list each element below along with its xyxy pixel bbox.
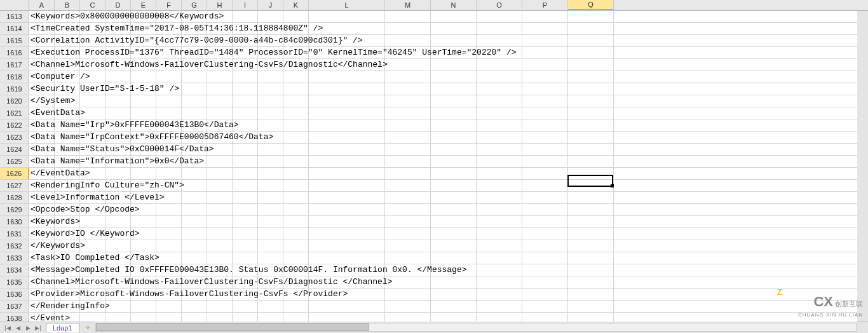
- row-cells[interactable]: <Data Name="Status">0xC000014F</Data>: [29, 144, 868, 155]
- row-header[interactable]: 1615: [0, 35, 29, 46]
- row-header[interactable]: 1623: [0, 132, 29, 143]
- row-header[interactable]: 1635: [0, 276, 29, 288]
- column-header-K[interactable]: K: [283, 0, 309, 10]
- row-cells[interactable]: <Execution ProcessID="1376" ThreadID="14…: [29, 47, 868, 58]
- cell-text: <Security UserID="S-1-5-18" />: [31, 84, 179, 93]
- cell-text: <Level>Information </Level>: [31, 193, 165, 202]
- cell-text: <RenderingInfo Culture="zh-CN">: [31, 180, 184, 190]
- column-header-M[interactable]: M: [385, 0, 431, 10]
- horizontal-scrollbar[interactable]: [95, 322, 857, 333]
- column-header-G[interactable]: G: [182, 0, 207, 10]
- row-header[interactable]: 1618: [0, 71, 29, 83]
- hscroll-thumb[interactable]: [96, 323, 369, 331]
- row-cells[interactable]: <Channel>Microsoft-Windows-FailoverClust…: [29, 59, 868, 71]
- cell-text: <Data Name="IrpContext">0xFFFFE00005D674…: [31, 132, 273, 142]
- row-header[interactable]: 1619: [0, 83, 29, 95]
- tab-nav-last[interactable]: ▶|: [33, 323, 43, 332]
- row-cells[interactable]: </EventData>: [29, 168, 868, 179]
- sheet-tab-active[interactable]: Ldap1: [46, 323, 79, 332]
- row-cells[interactable]: <Opcode>Stop </Opcode>: [29, 204, 868, 215]
- row-cells[interactable]: <Channel>Microsoft-Windows-FailoverClust…: [29, 276, 868, 288]
- column-header-F[interactable]: F: [156, 0, 182, 10]
- row-cells[interactable]: </RenderingInfo>: [29, 301, 868, 312]
- cell-text: <Keyword>IO </Keyword>: [31, 229, 140, 238]
- row-cells[interactable]: <Keywords>0x8000000000000008</Keywords>: [29, 11, 868, 22]
- rows-container: 1613<Keywords>0x8000000000000008</Keywor…: [0, 11, 868, 322]
- row-header[interactable]: 1633: [0, 252, 29, 264]
- row-cells[interactable]: <RenderingInfo Culture="zh-CN">: [29, 180, 868, 191]
- row-header[interactable]: 1620: [0, 95, 29, 107]
- column-header-A[interactable]: A: [29, 0, 55, 10]
- row-header[interactable]: 1616: [0, 47, 29, 58]
- cell-text: <Data Name="Status">0xC000014F</Data>: [31, 144, 214, 154]
- row-header[interactable]: 1628: [0, 192, 29, 203]
- row-header[interactable]: 1630: [0, 216, 29, 228]
- column-header-H[interactable]: H: [207, 0, 233, 10]
- column-header-D[interactable]: D: [105, 0, 131, 10]
- column-header-P[interactable]: P: [522, 0, 568, 10]
- row-cells[interactable]: <EventData>: [29, 107, 868, 119]
- row-cells[interactable]: <Computer />: [29, 71, 868, 83]
- row-cells[interactable]: <Data Name="IrpContext">0xFFFFE00005D674…: [29, 132, 868, 143]
- cell-text: <Keywords>: [31, 217, 80, 226]
- row-header[interactable]: 1621: [0, 107, 29, 119]
- cell-text: </RenderingInfo>: [31, 301, 110, 311]
- cell-text: <TimeCreated SystemTime="2017-08-05T14:3…: [31, 24, 323, 33]
- column-header-O[interactable]: O: [477, 0, 522, 10]
- row-header[interactable]: 1631: [0, 228, 29, 240]
- row-cells[interactable]: <Data Name="Irp">0xFFFFE000043E13B0</Dat…: [29, 119, 868, 131]
- row-header[interactable]: 1622: [0, 119, 29, 131]
- hscroll-track[interactable]: [95, 323, 857, 332]
- row-cells[interactable]: <Correlation ActivityID="{4cc77c79-0c09-…: [29, 35, 868, 46]
- spreadsheet-grid: ABCDEFGHIJKLMNOPQ 1613<Keywords>0x800000…: [0, 0, 868, 322]
- row-cells[interactable]: <Security UserID="S-1-5-18" />: [29, 83, 868, 95]
- row-header[interactable]: 1626: [0, 168, 29, 179]
- column-header-B[interactable]: B: [55, 0, 80, 10]
- row-header[interactable]: 1625: [0, 156, 29, 167]
- table-row: 1624<Data Name="Status">0xC000014F</Data…: [0, 144, 868, 156]
- row-cells[interactable]: <Keywords>: [29, 216, 868, 228]
- row-cells[interactable]: </System>: [29, 95, 868, 107]
- column-header-N[interactable]: N: [431, 0, 477, 10]
- tab-nav-first[interactable]: |◀: [3, 323, 13, 332]
- table-row: 1633<Task>IO Completed </Task>: [0, 252, 868, 264]
- row-cells[interactable]: <Keyword>IO </Keyword>: [29, 228, 868, 240]
- column-header-I[interactable]: I: [233, 0, 258, 10]
- row-header[interactable]: 1629: [0, 204, 29, 215]
- row-cells[interactable]: <Level>Information </Level>: [29, 192, 868, 203]
- row-header[interactable]: 1632: [0, 240, 29, 252]
- tab-nav-next[interactable]: ▶: [23, 323, 33, 332]
- row-header[interactable]: 1614: [0, 23, 29, 34]
- row-header[interactable]: 1634: [0, 264, 29, 276]
- row-header[interactable]: 1617: [0, 59, 29, 71]
- row-cells[interactable]: </Keywords>: [29, 240, 868, 252]
- row-cells[interactable]: <Data Name="Information">0x0</Data>: [29, 156, 868, 167]
- column-header-J[interactable]: J: [258, 0, 283, 10]
- row-cells[interactable]: <TimeCreated SystemTime="2017-08-05T14:3…: [29, 23, 868, 34]
- row-header[interactable]: 1637: [0, 301, 29, 312]
- select-all-corner[interactable]: [0, 0, 29, 10]
- cell-text: <Data Name="Information">0x0</Data>: [31, 156, 204, 166]
- column-header-L[interactable]: L: [309, 0, 385, 10]
- vertical-scrollbar[interactable]: [857, 11, 868, 322]
- row-cells[interactable]: <Provider>Microsoft-Windows-FailoverClus…: [29, 289, 868, 300]
- row-header[interactable]: 1624: [0, 144, 29, 155]
- row-cells[interactable]: <Task>IO Completed </Task>: [29, 252, 868, 264]
- row-header[interactable]: 1638: [0, 313, 29, 322]
- column-header-Q[interactable]: Q: [568, 0, 614, 10]
- table-row: 1622<Data Name="Irp">0xFFFFE000043E13B0<…: [0, 119, 868, 132]
- row-header[interactable]: 1627: [0, 180, 29, 191]
- row-header[interactable]: 1636: [0, 289, 29, 300]
- table-row: 1619<Security UserID="S-1-5-18" />: [0, 83, 868, 95]
- new-sheet-button[interactable]: ✧: [82, 323, 93, 332]
- row-cells[interactable]: <Message>Completed IO 0xFFFFE000043E13B0…: [29, 264, 868, 276]
- column-header-E[interactable]: E: [131, 0, 156, 10]
- table-row: 1627<RenderingInfo Culture="zh-CN">: [0, 180, 868, 192]
- table-row: 1625<Data Name="Information">0x0</Data>: [0, 156, 868, 168]
- column-header-C[interactable]: C: [80, 0, 105, 10]
- table-row: 1613<Keywords>0x8000000000000008</Keywor…: [0, 11, 868, 23]
- row-header[interactable]: 1613: [0, 11, 29, 22]
- tab-nav-prev[interactable]: ◀: [13, 323, 23, 332]
- sheet-tab-bar: |◀ ◀ ▶ ▶| Ldap1 ✧: [0, 322, 868, 333]
- row-cells[interactable]: </Event>: [29, 313, 868, 322]
